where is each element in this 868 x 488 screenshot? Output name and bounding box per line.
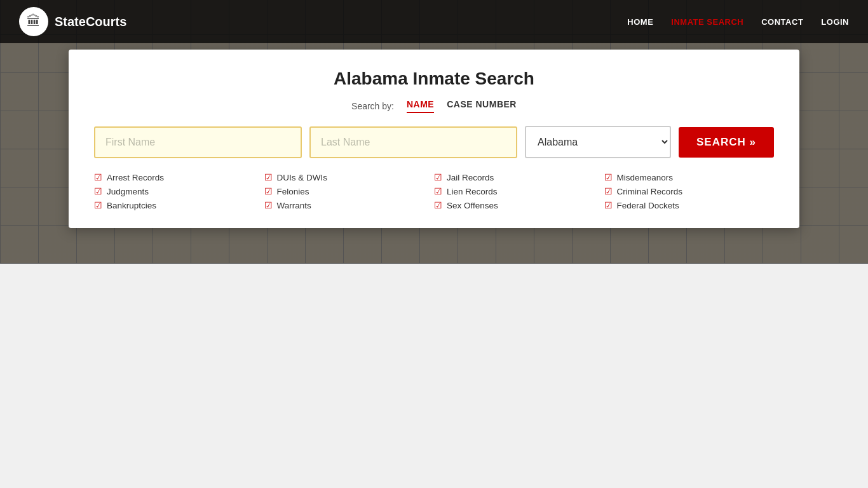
logo-text: StateCourts	[55, 15, 126, 29]
nav-login[interactable]: LOGIN	[821, 17, 849, 27]
check-icon: ☑	[434, 186, 442, 196]
check-icon: ☑	[264, 186, 273, 196]
search-button[interactable]: SEARCH »	[679, 127, 774, 158]
check-icon: ☑	[94, 172, 102, 182]
modal-title: Alabama Inmate Search	[94, 69, 774, 89]
feature-jail-records: ☑ Jail Records	[434, 172, 604, 182]
feature-label: DUIs & DWIs	[277, 173, 328, 182]
nav-home[interactable]: HOME	[627, 17, 653, 27]
nav-inmate-search[interactable]: INMATE SEARCH	[671, 17, 743, 27]
search-by-row: Search by: NAME CASE NUMBER	[94, 99, 774, 113]
feature-label: Warrants	[277, 201, 311, 210]
feature-label: Federal Dockets	[617, 201, 679, 210]
tab-case-number[interactable]: CASE NUMBER	[447, 99, 517, 113]
feature-label: Jail Records	[447, 173, 494, 182]
feature-bankruptcies: ☑ Bankruptcies	[94, 200, 264, 210]
check-icon: ☑	[604, 186, 613, 196]
search-by-label: Search by:	[351, 101, 394, 111]
feature-arrest-records: ☑ Arrest Records	[94, 172, 264, 182]
feature-warrants: ☑ Warrants	[264, 200, 435, 210]
check-icon: ☑	[94, 200, 102, 210]
check-icon: ☑	[604, 200, 613, 210]
logo-area: 🏛 StateCourts	[19, 7, 126, 36]
check-icon: ☑	[604, 172, 613, 182]
check-icon: ☑	[434, 172, 442, 182]
feature-label: Lien Records	[447, 187, 498, 196]
check-icon: ☑	[94, 186, 102, 196]
feature-label: Bankruptcies	[107, 201, 156, 210]
check-icon: ☑	[434, 200, 442, 210]
feature-label: Sex Offenses	[447, 201, 498, 210]
first-name-input[interactable]	[94, 126, 302, 158]
feature-label: Arrest Records	[107, 173, 164, 182]
feature-judgments: ☑ Judgments	[94, 186, 264, 196]
feature-label: Misdemeanors	[617, 173, 674, 182]
feature-felonies: ☑ Felonies	[264, 186, 435, 196]
check-icon: ☑	[264, 200, 273, 210]
feature-criminal-records: ☑ Criminal Records	[604, 186, 775, 196]
feature-label: Judgments	[107, 187, 149, 196]
check-icon: ☑	[264, 172, 273, 182]
search-modal: Alabama Inmate Search Search by: NAME CA…	[69, 50, 799, 228]
feature-duis-dwis: ☑ DUIs & DWIs	[264, 172, 435, 182]
last-name-input[interactable]	[309, 126, 517, 158]
search-inputs-row: Alabama Alaska Arizona Arkansas Californ…	[94, 126, 774, 158]
feature-sex-offenses: ☑ Sex Offenses	[434, 200, 604, 210]
header: 🏛 StateCourts HOME INMATE SEARCH CONTACT…	[0, 0, 868, 43]
features-row: ☑ Arrest Records ☑ DUIs & DWIs ☑ Jail Re…	[94, 172, 774, 210]
feature-label: Criminal Records	[617, 187, 683, 196]
nav-contact[interactable]: CONTACT	[761, 17, 803, 27]
feature-lien-records: ☑ Lien Records	[434, 186, 604, 196]
logo-icon: 🏛	[19, 7, 48, 36]
feature-federal-dockets: ☑ Federal Dockets	[604, 200, 775, 210]
tab-name[interactable]: NAME	[407, 99, 434, 113]
feature-label: Felonies	[277, 187, 309, 196]
nav-links: HOME INMATE SEARCH CONTACT LOGIN	[627, 17, 849, 27]
state-select[interactable]: Alabama Alaska Arizona Arkansas Californ…	[525, 126, 671, 158]
feature-misdemeanors: ☑ Misdemeanors	[604, 172, 775, 182]
